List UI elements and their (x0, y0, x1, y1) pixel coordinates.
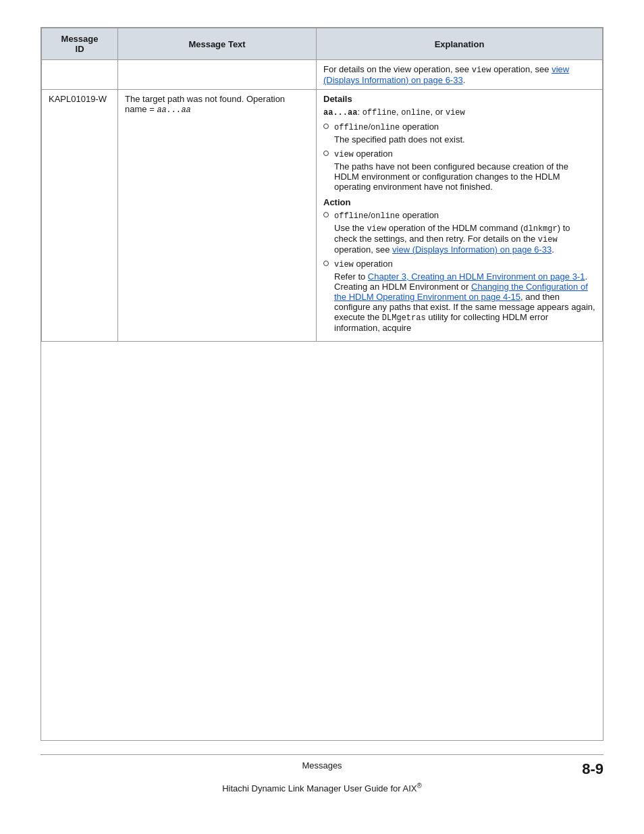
row1-id (42, 60, 118, 90)
intro-text: For details on the view operation, see (323, 64, 472, 74)
details-aa-colon: : offline, online, or view (357, 107, 464, 117)
main-table: MessageID Message Text Explanation For d… (41, 27, 603, 741)
action-bullet1: offline/online operation Use the view op… (323, 210, 595, 255)
header-id: MessageID (42, 28, 118, 60)
row2-explanation: Details aa...aa: offline, online, or vie… (317, 90, 603, 342)
row2-id: KAPL01019-W (42, 90, 118, 342)
intro-text2: operation, see (493, 64, 552, 74)
header-explanation: Explanation (317, 28, 603, 60)
bullet-circle-icon (323, 124, 329, 129)
ab1-period: . (552, 244, 554, 255)
details-label: Details (323, 94, 595, 104)
b1-text: operation (400, 122, 439, 132)
details-bullet1: offline/online operation The specified p… (323, 122, 595, 145)
ab1-mono2: online (371, 211, 400, 221)
action-bullet1-content: offline/online operation Use the view op… (334, 210, 595, 255)
footer-center: Messages (95, 760, 549, 771)
table-row-main: KAPL01019-W The target path was not foun… (42, 90, 603, 342)
ab1-view-mono: view (367, 224, 386, 234)
registered-mark: ® (417, 782, 421, 789)
row2-message: The target path was not found. Operation… (118, 90, 317, 342)
action-bullet-circle-icon1 (323, 212, 329, 217)
details-bullet2: view operation The paths have not been c… (323, 149, 595, 192)
ab1-view-mono2: view (538, 235, 558, 244)
ab1-dlnkmgr-mono: dlnkmgr (523, 224, 557, 234)
action-link2[interactable]: Chapter 3, Creating an HDLM Environment … (368, 271, 585, 282)
ab1-text: operation (400, 210, 439, 220)
action-section: Action offline/online operation Use the … (323, 197, 595, 333)
intro-view-mono: view (472, 66, 491, 75)
footer-page-number: 8-9 (549, 760, 603, 778)
b2-text: operation (354, 149, 393, 159)
ab2-mono: view (334, 260, 354, 269)
action-bullet2-content: view operation Refer to Chapter 3, Creat… (334, 259, 595, 333)
footer: Messages 8-9 (41, 754, 603, 778)
ab2-sub-text1: Refer to (334, 271, 368, 282)
b1-mono: offline (334, 123, 368, 132)
ab1-sub-text1: Use the (334, 223, 367, 233)
ab2-text: operation (354, 259, 393, 269)
action-label: Action (323, 197, 595, 207)
b1-mono2: online (371, 123, 400, 132)
row1-explanation: For details on the view operation, see v… (317, 60, 603, 90)
ab2-sub: Refer to Chapter 3, Creating an HDLM Env… (334, 271, 595, 333)
b1-sub: The specified path does not exist. (334, 134, 465, 145)
bullet-circle-icon2 (323, 151, 329, 156)
details-aa-line: aa...aa: offline, online, or view (323, 107, 595, 118)
action-link1[interactable]: view (Displays Information) on page 6-33 (392, 244, 552, 255)
ab2-dlmgetras-mono: DLMgetras (382, 313, 426, 323)
b2-sub: The paths have not been configured becau… (334, 161, 595, 192)
row1-message (118, 60, 317, 90)
action-bullet2: view operation Refer to Chapter 3, Creat… (323, 259, 595, 333)
footer-bottom-text: Hitachi Dynamic Link Manager User Guide … (222, 783, 417, 793)
msg-aa: aa...aa (157, 105, 190, 115)
ab1-sub-text2: operation of the HDLM command ( (386, 223, 523, 233)
ab1-sub: Use the view operation of the HDLM comma… (334, 223, 595, 255)
details-bullet2-content: view operation The paths have not been c… (334, 149, 595, 192)
table-row: For details on the view operation, see v… (42, 60, 603, 90)
ab1-sub-text4: operation, see (334, 244, 392, 255)
footer-bottom: Hitachi Dynamic Link Manager User Guide … (41, 782, 603, 793)
ab1-mono1: offline (334, 211, 368, 221)
msg-text-part1: The target path was not found. Operation… (125, 94, 285, 114)
details-section: Details aa...aa: offline, online, or vie… (323, 94, 595, 192)
header-message-text: Message Text (118, 28, 317, 60)
b2-mono: view (334, 150, 354, 159)
footer-messages-label: Messages (95, 760, 549, 771)
details-bullet1-content: offline/online operation The specified p… (334, 122, 465, 145)
action-bullet-circle-icon2 (323, 261, 329, 266)
details-aa-mono: aa...aa (323, 108, 357, 118)
